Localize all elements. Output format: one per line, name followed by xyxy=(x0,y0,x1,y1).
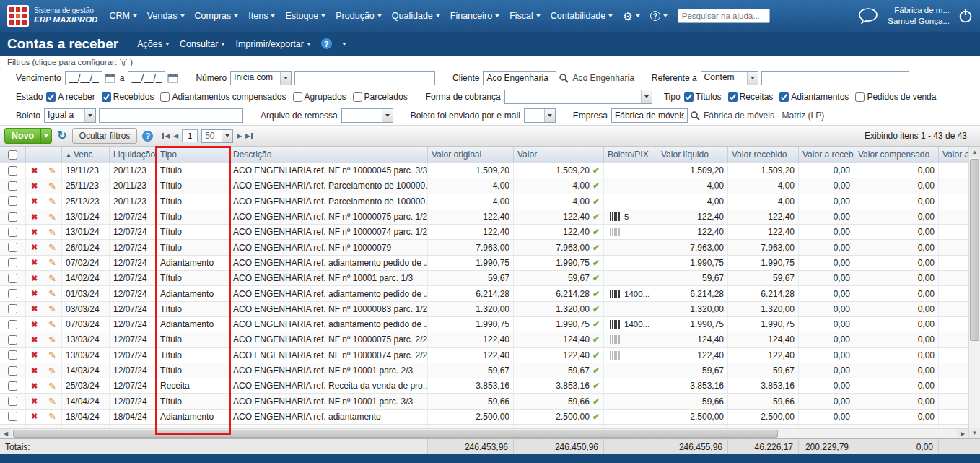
tipo-checkbox[interactable] xyxy=(728,92,738,102)
column-header-valor-original[interactable]: Valor original xyxy=(428,147,514,163)
tipo-option-pedidos-de-venda[interactable]: Pedidos de venda xyxy=(855,92,936,102)
tipo-checkbox[interactable] xyxy=(779,92,789,102)
new-button[interactable]: Novo xyxy=(4,128,52,144)
row-checkbox[interactable] xyxy=(8,228,17,237)
tipo-option-títulos[interactable]: Títulos xyxy=(684,92,722,102)
table-row[interactable]: ✖✎14/03/2412/07/24TítuloACO ENGENHARIA r… xyxy=(0,363,968,378)
estado-checkbox[interactable] xyxy=(102,92,111,102)
delete-icon[interactable]: ✖ xyxy=(31,212,38,222)
estado-option-agrupados[interactable]: Agrupados xyxy=(293,92,346,102)
table-row[interactable]: ✖✎03/03/2412/07/24TítuloACO ENGENHARIA r… xyxy=(0,302,968,317)
boleto-email-select[interactable] xyxy=(524,108,556,123)
delete-icon[interactable]: ✖ xyxy=(31,258,38,267)
column-header-venc[interactable]: ▲Venc xyxy=(62,147,110,163)
delete-icon[interactable]: ✖ xyxy=(31,274,38,283)
forma-cobranca-select[interactable] xyxy=(504,90,652,104)
menu-fiscal[interactable]: Fiscal xyxy=(509,11,541,21)
column-header-boleto-pix[interactable]: Boleto/PIX xyxy=(604,147,657,163)
row-checkbox[interactable] xyxy=(8,289,17,298)
row-checkbox[interactable] xyxy=(8,196,17,206)
row-checkbox[interactable] xyxy=(8,320,17,329)
table-row[interactable]: ✖✎07/02/2412/07/24AdiantamentoACO ENGENH… xyxy=(0,256,968,271)
menu-crm[interactable]: CRM xyxy=(109,11,136,21)
scroll-right-icon[interactable]: ▶ xyxy=(957,429,968,438)
next-page-button[interactable]: ▶ xyxy=(237,132,242,139)
delete-icon[interactable]: ✖ xyxy=(31,166,38,176)
edit-icon[interactable]: ✎ xyxy=(48,350,56,360)
estado-checkbox[interactable] xyxy=(46,92,56,102)
tipo-option-receitas[interactable]: Receitas xyxy=(728,92,774,102)
referente-input[interactable] xyxy=(761,71,909,85)
settings-menu[interactable]: ⚙ xyxy=(623,11,639,22)
prev-page-button[interactable]: ◀ xyxy=(173,132,178,139)
vertical-scroll-track[interactable] xyxy=(969,157,980,428)
vertical-scroll-thumb[interactable] xyxy=(970,159,979,341)
table-row-partial[interactable]: ✖✎ xyxy=(0,425,968,428)
column-header-valor[interactable]: Valor xyxy=(514,147,604,163)
table-row[interactable]: ✖✎13/01/2412/07/24TítuloACO ENGENHARIA r… xyxy=(0,209,968,225)
estado-option-parcelados[interactable]: Parcelados xyxy=(353,92,408,102)
edit-icon[interactable]: ✎ xyxy=(48,427,56,428)
column-header-valor-a[interactable]: Valor a xyxy=(939,147,968,163)
vertical-scrollbar[interactable]: ▲ ▼ xyxy=(968,147,980,438)
edit-icon[interactable]: ✎ xyxy=(48,181,56,191)
edit-icon[interactable]: ✎ xyxy=(48,319,56,330)
edit-icon[interactable]: ✎ xyxy=(48,227,56,238)
tipo-checkbox[interactable] xyxy=(684,92,694,102)
last-page-button[interactable]: ▶ xyxy=(245,132,253,139)
chevron-down-icon[interactable] xyxy=(342,43,346,46)
edit-icon[interactable]: ✎ xyxy=(48,411,56,422)
select-all-checkbox[interactable] xyxy=(8,150,17,160)
search-icon[interactable] xyxy=(690,111,700,121)
scroll-left-icon[interactable]: ◀ xyxy=(0,429,12,438)
estado-option-adiantamentos-compensados[interactable]: Adiantamentos compensados xyxy=(160,92,286,102)
empresa-input[interactable] xyxy=(611,108,688,123)
boleto-operator-select[interactable]: Igual a xyxy=(44,108,96,123)
edit-icon[interactable]: ✎ xyxy=(48,334,56,345)
calendar-icon[interactable] xyxy=(105,73,115,83)
edit-icon[interactable]: ✎ xyxy=(48,242,56,253)
search-icon[interactable] xyxy=(559,73,569,83)
column-header-valor-recebido[interactable]: Valor recebido xyxy=(728,147,799,163)
menu-produção[interactable]: Produção xyxy=(336,11,382,21)
row-checkbox[interactable] xyxy=(8,428,17,428)
scroll-down-icon[interactable]: ▼ xyxy=(969,428,980,438)
column-header-valor-a-receber[interactable]: Valor a receber xyxy=(799,147,854,163)
row-checkbox[interactable] xyxy=(8,181,17,191)
menu-contabilidade[interactable]: Contabilidade xyxy=(551,11,613,21)
calendar-icon[interactable] xyxy=(167,73,178,83)
estado-option-recebidos[interactable]: Recebidos xyxy=(102,92,154,102)
delete-icon[interactable]: ✖ xyxy=(31,412,38,421)
table-row[interactable]: ✖✎01/03/2412/07/24AdiantamentoACO ENGENH… xyxy=(0,286,968,301)
row-checkbox[interactable] xyxy=(8,243,17,252)
help-menu[interactable]: ? xyxy=(650,11,668,21)
column-header-descri-o[interactable]: Descrição xyxy=(229,147,428,163)
tipo-option-adiantamentos[interactable]: Adiantamentos xyxy=(779,92,849,102)
row-checkbox[interactable] xyxy=(8,335,17,345)
edit-icon[interactable]: ✎ xyxy=(48,303,56,314)
hide-filters-button[interactable]: Ocultar filtros xyxy=(72,128,138,144)
edit-icon[interactable]: ✎ xyxy=(48,273,56,284)
table-row[interactable]: ✖✎25/12/2320/11/23TítuloACO ENGENHARIA r… xyxy=(0,194,968,209)
menu-compras[interactable]: Compras xyxy=(195,11,239,21)
horizontal-scroll-thumb[interactable] xyxy=(13,430,778,438)
company-link[interactable]: Fábrica de m... xyxy=(888,5,950,16)
chat-icon[interactable] xyxy=(857,7,879,25)
chevron-down-icon[interactable] xyxy=(40,129,51,143)
table-row[interactable]: ✖✎18/04/2418/04/24AdiantamentoACO ENGENH… xyxy=(0,410,968,425)
estado-checkbox[interactable] xyxy=(293,92,302,102)
delete-icon[interactable]: ✖ xyxy=(31,243,38,252)
table-row[interactable]: ✖✎25/03/2412/07/24ReceitaACO ENGENHARIA … xyxy=(0,378,968,394)
boleto-input[interactable] xyxy=(99,108,243,123)
table-row[interactable]: ✖✎13/03/2412/07/24TítuloACO ENGENHARIA r… xyxy=(0,332,968,347)
horizontal-scroll-track[interactable] xyxy=(12,429,957,438)
column-header-tipo[interactable]: Tipo xyxy=(157,147,229,163)
logout-icon[interactable] xyxy=(958,8,973,24)
vencimento-to-input[interactable] xyxy=(128,71,165,85)
delete-icon[interactable]: ✖ xyxy=(31,181,38,191)
table-row[interactable]: ✖✎13/03/2412/07/24TítuloACO ENGENHARIA r… xyxy=(0,348,968,363)
page-number-input[interactable] xyxy=(182,129,198,142)
erp-logo[interactable]: Sistema de gestão ERP MAXIPROD xyxy=(7,5,97,27)
filters-heading[interactable]: Filtros (clique para configurar: ) xyxy=(6,58,974,66)
row-checkbox[interactable] xyxy=(8,412,17,421)
